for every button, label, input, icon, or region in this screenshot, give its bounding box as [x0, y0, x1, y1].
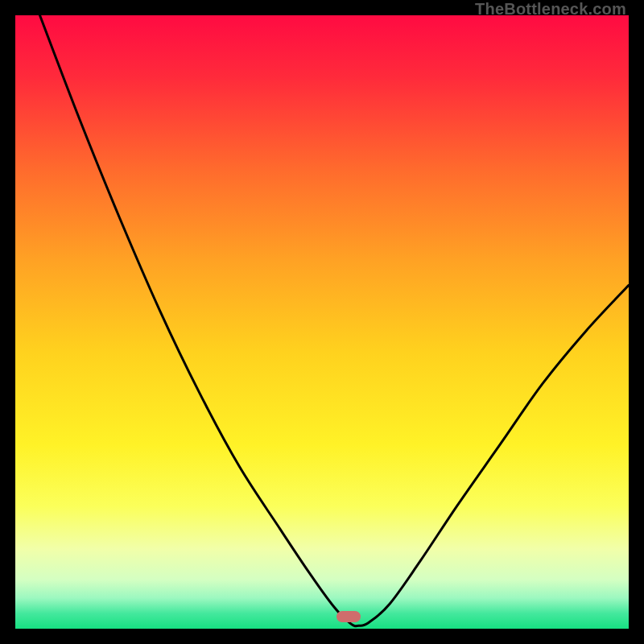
bottleneck-curve [15, 15, 629, 629]
optimum-marker [336, 611, 361, 622]
plot-area [15, 15, 629, 629]
chart-frame: TheBottleneck.com [0, 0, 644, 644]
watermark-text: TheBottleneck.com [475, 0, 626, 19]
